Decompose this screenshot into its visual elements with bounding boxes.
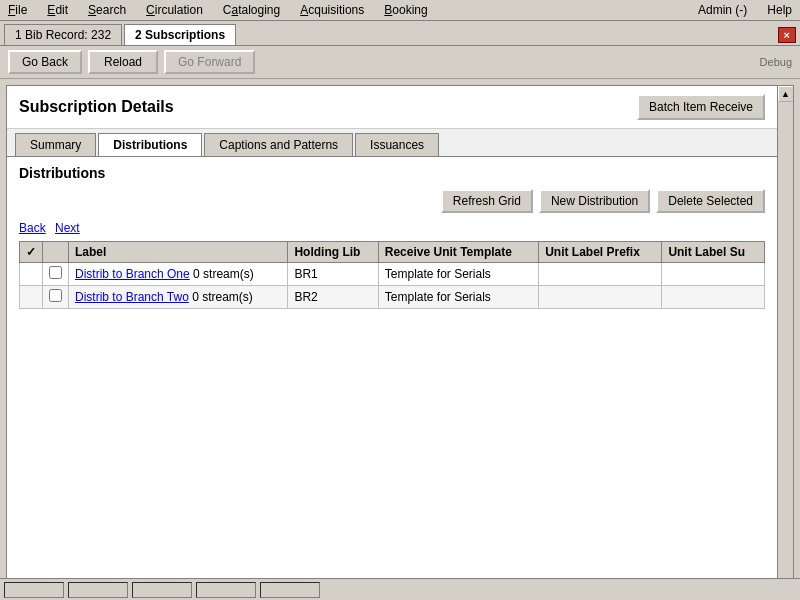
refresh-grid-button[interactable]: Refresh Grid [441,189,533,213]
row2-checkbox[interactable] [49,289,62,302]
table-row: Distrib to Branch Two 0 stream(s) BR2 Te… [20,286,765,309]
row2-holding-lib: BR2 [288,286,378,309]
menu-bar: File Edit Search Circulation Cataloging … [0,0,800,21]
col-receive-unit-template: Receive Unit Template [378,242,538,263]
batch-item-receive-button[interactable]: Batch Item Receive [637,94,765,120]
subscription-header: Subscription Details Batch Item Receive [7,86,777,129]
row2-template: Template for Serials [378,286,538,309]
go-forward-button[interactable]: Go Forward [164,50,255,74]
row1-suffix [662,263,765,286]
menu-bar-left: File Edit Search Circulation Cataloging … [4,2,432,18]
reload-button[interactable]: Reload [88,50,158,74]
distributions-toolbar: Refresh Grid New Distribution Delete Sel… [19,189,765,213]
pagination-back-link[interactable]: Back [19,221,46,235]
row1-label-link[interactable]: Distrib to Branch One [75,267,190,281]
col-holding-lib: Holding Lib [288,242,378,263]
top-tab-bar: 1 Bib Record: 232 2 Subscriptions × [0,21,800,46]
row2-streams: 0 stream(s) [192,290,253,304]
go-back-button[interactable]: Go Back [8,50,82,74]
window-close-button[interactable]: × [778,27,796,43]
pagination: Back Next [19,221,765,235]
row1-streams: 0 stream(s) [193,267,254,281]
row1-checkbox[interactable] [49,266,62,279]
col-label: Label [69,242,288,263]
row2-checkbox-cell [43,286,69,309]
status-cell-3 [132,582,192,598]
distributions-table: ✓ Label Holding Lib Receive Unit Templat… [19,241,765,309]
debug-label: Debug [760,56,792,68]
menu-cataloging[interactable]: Cataloging [219,2,284,18]
row1-holding-lib: BR1 [288,263,378,286]
col-checkbox [43,242,69,263]
tab-captions-patterns[interactable]: Captions and Patterns [204,133,353,156]
tab-distributions[interactable]: Distributions [98,133,202,156]
col-unit-label-suffix: Unit Label Su [662,242,765,263]
tab-issuances[interactable]: Issuances [355,133,439,156]
status-cell-5 [260,582,320,598]
menu-help[interactable]: Help [763,2,796,18]
tab-bib-record[interactable]: 1 Bib Record: 232 [4,24,122,45]
distributions-section: Distributions Refresh Grid New Distribut… [7,157,777,317]
scroll-up-button[interactable]: ▲ [778,86,794,102]
subscription-title: Subscription Details [19,98,174,116]
row1-template: Template for Serials [378,263,538,286]
col-checkmark: ✓ [20,242,43,263]
row2-checkmark [20,286,43,309]
menu-bar-right: Admin (-) Help [694,2,796,18]
menu-acquisitions[interactable]: Acquisitions [296,2,368,18]
tab-subscriptions[interactable]: 2 Subscriptions [124,24,236,45]
new-distribution-button[interactable]: New Distribution [539,189,650,213]
row1-checkbox-cell [43,263,69,286]
menu-booking[interactable]: Booking [380,2,431,18]
row1-prefix [539,263,662,286]
menu-search[interactable]: Search [84,2,130,18]
toolbar: Go Back Reload Go Forward Debug [0,46,800,79]
delete-selected-button[interactable]: Delete Selected [656,189,765,213]
menu-circulation[interactable]: Circulation [142,2,207,18]
menu-edit[interactable]: Edit [43,2,72,18]
row2-label-link[interactable]: Distrib to Branch Two [75,290,189,304]
tab-summary[interactable]: Summary [15,133,96,156]
status-bar [0,578,800,600]
menu-file[interactable]: File [4,2,31,18]
row1-checkmark [20,263,43,286]
distributions-title: Distributions [19,165,765,181]
row2-label: Distrib to Branch Two 0 stream(s) [69,286,288,309]
scrollbar[interactable]: ▲ ▼ [777,86,793,594]
status-cell-2 [68,582,128,598]
inner-tabs: Summary Distributions Captions and Patte… [7,129,777,157]
row1-label: Distrib to Branch One 0 stream(s) [69,263,288,286]
pagination-next-link[interactable]: Next [55,221,80,235]
row2-suffix [662,286,765,309]
col-unit-label-prefix: Unit Label Prefix [539,242,662,263]
main-content: Subscription Details Batch Item Receive … [6,85,794,595]
row2-prefix [539,286,662,309]
status-cell-1 [4,582,64,598]
table-row: Distrib to Branch One 0 stream(s) BR1 Te… [20,263,765,286]
menu-admin[interactable]: Admin (-) [694,2,751,18]
status-cell-4 [196,582,256,598]
